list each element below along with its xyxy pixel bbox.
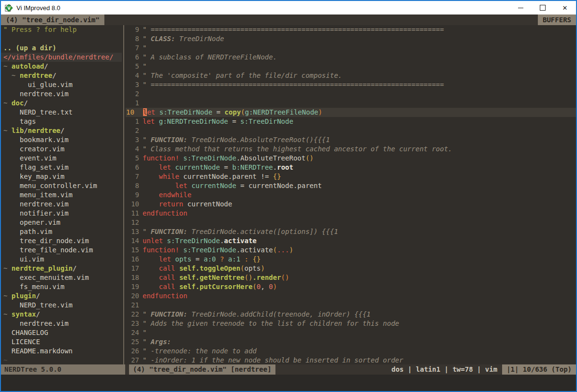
tree-item[interactable]: nerdtree.vim	[1, 319, 122, 328]
tree-item[interactable]: creator.vim	[1, 145, 122, 154]
code-text: " FUNCTION: TreeDirNode.AbsoluteTreeRoot…	[143, 135, 330, 145]
code-line[interactable]: 6 let currentNode = b:NERDTree.root	[126, 163, 576, 172]
tree-item[interactable]: ~ syntax/	[1, 310, 122, 319]
code-line[interactable]: 2	[126, 126, 576, 135]
code-line[interactable]: 9 endwhile	[126, 190, 576, 200]
titlebar[interactable]: V Vi IMproved 8.0 ✕	[1, 1, 576, 15]
tree-item[interactable]: CHANGELOG	[1, 328, 122, 337]
tree-item[interactable]: ~ doc/	[1, 99, 122, 108]
code-text: call self.toggleOpen(opts)	[143, 264, 265, 273]
text-segment: " -treenode: the node to add	[143, 347, 257, 355]
code-line[interactable]: 6" A subclass of NERDTreeFileNode.	[126, 53, 576, 62]
code-line[interactable]: 2	[126, 89, 576, 99]
code-line[interactable]: 10 return currentNode	[126, 200, 576, 209]
command-line[interactable]	[1, 375, 576, 391]
code-line[interactable]: 24"	[126, 328, 576, 337]
code-line[interactable]: 13" FUNCTION: TreeDirNode.activate([opti…	[126, 227, 576, 236]
code-line[interactable]: 7 while currentNode.parent != {}	[126, 172, 576, 181]
tree-item[interactable]: nerdtree.vim	[1, 200, 122, 209]
tree-item[interactable]: event.vim	[1, 154, 122, 163]
code-line[interactable]: 5"	[126, 62, 576, 71]
text-segment	[175, 283, 179, 290]
tree-item[interactable]: notifier.vim	[1, 209, 122, 218]
line-number: 5	[126, 154, 143, 163]
code-line[interactable]: 20endfunction	[126, 291, 576, 301]
tree-item[interactable]: flag_set.vim	[1, 163, 122, 172]
code-line[interactable]: 8" CLASS: TreeDirNode	[126, 34, 576, 44]
code-line[interactable]: 25" Args:	[126, 337, 576, 347]
text-segment: opts	[175, 255, 191, 263]
close-button[interactable]: ✕	[554, 1, 576, 15]
code-line[interactable]: 26" -treenode: the node to add	[126, 347, 576, 356]
tree-item[interactable]: path.vim	[1, 227, 122, 236]
tree-item[interactable]: NERD_tree.txt	[1, 108, 122, 117]
code-line[interactable]: 4" The 'composite' part of the file/dir …	[126, 71, 576, 80]
text-segment: s:TreeDirNode	[159, 108, 213, 116]
tree-item[interactable]: menu_controller.vim	[1, 181, 122, 190]
text-segment: TreeDirNode.activate([options]) {{{1	[188, 228, 338, 235]
text-segment: ~	[3, 127, 12, 134]
code-line[interactable]: 3" FUNCTION: TreeDirNode.AbsoluteTreeRoo…	[126, 135, 576, 145]
code-line[interactable]: 27" -inOrder: 1 if the new node should b…	[126, 356, 576, 364]
code-line-current[interactable]: 10let s:TreeDirNode = copy(g:NERDTreeFil…	[126, 108, 576, 117]
tree-item[interactable]: fs_menu.vim	[1, 282, 122, 291]
tree-root-item[interactable]: </vimfiles/bundle/nerdtree/	[1, 53, 122, 62]
tree-item[interactable]: exec_menuitem.vim	[1, 273, 122, 282]
tree-item[interactable]: tree_file_node.vim	[1, 246, 122, 255]
text-segment: =	[212, 108, 224, 116]
code-line[interactable]: 18 call self.getNerdtree().render()	[126, 273, 576, 282]
tree-item[interactable]: " Press ? for help	[1, 25, 122, 34]
tree-item[interactable]: opener.vim	[1, 218, 122, 227]
tree-item[interactable]: tags	[1, 117, 122, 126]
tree-item[interactable]: tree_dir_node.vim	[1, 236, 122, 246]
line-number: 2	[126, 126, 143, 135]
code-line[interactable]: 23" Adds the given treenode to the list …	[126, 319, 576, 328]
tree-item[interactable]: nerdtree.vim	[1, 89, 122, 99]
code-line[interactable]: 3" =====================================…	[126, 80, 576, 89]
tree-item[interactable]: ~	[1, 356, 122, 364]
code-line[interactable]: 21	[126, 301, 576, 310]
code-line[interactable]: 4" Class method that returns the highest…	[126, 145, 576, 154]
code-line[interactable]: 12	[126, 218, 576, 227]
maximize-button[interactable]	[532, 1, 554, 15]
tree-item[interactable]: menu_item.vim	[1, 190, 122, 200]
line-number: 3	[126, 80, 143, 89]
tree-item[interactable]: .. (up a dir)	[1, 44, 122, 53]
code-line[interactable]: 9" =====================================…	[126, 25, 576, 34]
minimize-button[interactable]	[509, 1, 532, 15]
line-number: 15	[126, 246, 143, 255]
code-line[interactable]: 17 call self.toggleOpen(opts)	[126, 264, 576, 273]
tree-item[interactable]: bookmark.vim	[1, 135, 122, 145]
code-line[interactable]: 11endfunction	[126, 209, 576, 218]
tree-item[interactable]: ui_glue.vim	[1, 80, 122, 89]
code-line[interactable]: 8 let currentNode = currentNode.parent	[126, 181, 576, 190]
tree-item[interactable]: ui.vim	[1, 255, 122, 264]
tree-item[interactable]: key_map.vim	[1, 172, 122, 181]
tab-tree-dir-node[interactable]: (4) "tree_dir_node.vim"	[1, 15, 104, 25]
tree-item[interactable]: ~ nerdtree_plugin/	[1, 264, 122, 273]
code-line[interactable]: 22" FUNCTION: TreeDirNode.addChild(treen…	[126, 310, 576, 319]
tree-item[interactable]: ~ plugin/	[1, 291, 122, 301]
tree-item[interactable]: README.markdown	[1, 347, 122, 356]
code-line[interactable]: 7"	[126, 44, 576, 53]
code-line[interactable]: 14unlet s:TreeDirNode.activate	[126, 236, 576, 246]
code-line[interactable]: 16 let opts = a:0 ? a:1 : {}	[126, 255, 576, 264]
text-segment: " Adds the given treenode to the list of…	[143, 319, 399, 327]
tree-item[interactable]: LICENCE	[1, 337, 122, 347]
tree-item[interactable]: ~ lib/nerdtree/	[1, 126, 122, 135]
window-separator[interactable]	[122, 25, 126, 364]
tree-item[interactable]: ~ autoload/	[1, 62, 122, 71]
code-line[interactable]: 5function! s:TreeDirNode.AbsoluteTreeRoo…	[126, 154, 576, 163]
text-segment	[248, 255, 252, 263]
text-segment: ~	[3, 292, 12, 300]
code-line[interactable]: 1let g:NERDTreeDirNode = s:TreeDirNode	[126, 117, 576, 126]
statusline-gap	[125, 364, 129, 375]
code-line[interactable]: 19 call self.putCursorHere(0, 0)	[126, 282, 576, 291]
line-number: 3	[126, 135, 143, 145]
tree-item[interactable]: ~ nerdtree/	[1, 71, 122, 80]
buffers-label[interactable]: BUFFERS	[538, 15, 576, 25]
text-segment: let	[159, 255, 171, 263]
code-line[interactable]: 15function! s:TreeDirNode.activate(...)	[126, 246, 576, 255]
tree-item[interactable]: NERD_tree.vim	[1, 301, 122, 310]
code-line[interactable]: 1	[126, 99, 576, 108]
